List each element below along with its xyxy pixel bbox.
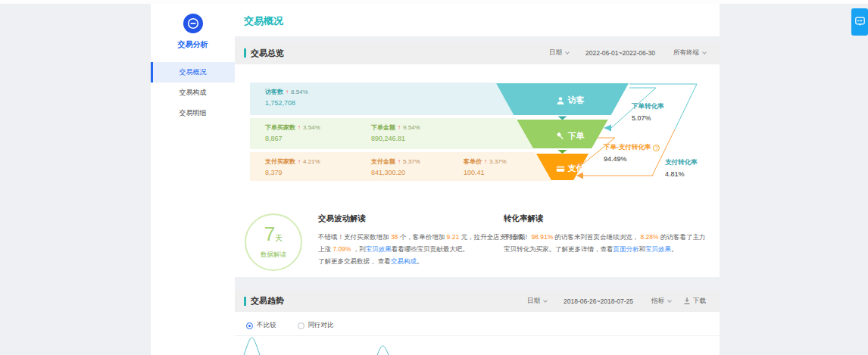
insight-line: 了解更多交易数据， 查看交易构成。: [318, 255, 507, 267]
insight-line: 上涨 7.09% ，到宝贝效果看看哪些宝贝贡献最大吧。: [318, 243, 507, 255]
metric-value: 841,300.20: [371, 169, 420, 176]
metric-change: 3.54%: [303, 124, 320, 131]
order-gavel-icon: [556, 132, 565, 141]
metric-label: 客单价: [464, 157, 482, 166]
sidebar-item-trade-detail[interactable]: 交易明细: [151, 103, 235, 123]
sidebar: 交易分析 交易概况 交易构成 交易明细: [151, 4, 235, 355]
radio-no-compare[interactable]: 不比较: [246, 321, 276, 330]
feedback-chat-button[interactable]: [851, 8, 868, 36]
sidebar-item-trade-overview[interactable]: 交易概况: [151, 62, 235, 83]
funnel-stage-visitors: 访客: [529, 95, 611, 106]
highlight-number: 9.21: [447, 233, 460, 241]
funnel-stage-label: 支付: [568, 163, 585, 174]
insight-period-badge: 7天 数据解读: [245, 213, 302, 271]
badge-number: 7: [264, 223, 275, 245]
funnel-stage-label: 访客: [568, 95, 585, 106]
text: 看看哪些宝贝贡献最大吧。: [392, 245, 469, 253]
text-link[interactable]: 宝贝效果: [645, 245, 671, 253]
date-dropdown[interactable]: 日期: [549, 48, 569, 58]
metric-change: 4.21%: [303, 158, 320, 165]
date-dropdown[interactable]: 日期: [527, 297, 547, 306]
metric-dropdown[interactable]: 指标: [651, 297, 671, 306]
highlight-number: 8.28%: [640, 233, 658, 241]
text: 的访客来到首页会继续浏览，: [553, 233, 640, 241]
funnel-stage-order: 下单: [529, 130, 611, 142]
metric-label: 支付金额: [371, 157, 395, 166]
metric-value: 8,867: [265, 135, 320, 142]
metric-change: 9.54%: [403, 124, 420, 131]
highlight-number: 38: [391, 233, 398, 241]
page-title: 交易概况: [244, 14, 283, 28]
section-accent-bar: [244, 48, 246, 58]
metric-label: 下单买家数: [265, 123, 295, 132]
conversion-label: 下单转化率: [632, 102, 664, 111]
highlight-number: 7.09%: [333, 245, 351, 253]
metric-value: 8,379: [265, 169, 320, 176]
date-range-picker[interactable]: 2022-06-01~2022-06-30: [585, 49, 655, 57]
main-content: 交易概况 交易总览 日期 2022-06-01~2022-06-30 所有终端 …: [235, 4, 720, 355]
badge-unit: 天: [275, 234, 283, 242]
text-link[interactable]: 宝贝效果: [366, 245, 392, 253]
text: 不错哦！: [504, 233, 531, 241]
conversion-value: 4.81%: [665, 170, 698, 178]
date-range-picker[interactable]: 2018-06-26~2018-07-25: [564, 297, 633, 305]
insight-title: 交易波动解读: [318, 213, 507, 224]
metric-change: 5.37%: [403, 158, 420, 165]
metric-band-visitors: 访客数↑8.54% 1,752,708: [250, 83, 514, 115]
insight-line: 不错哦！支付买家数增加 38 个，客单价增加 9.21 元，拉升全店支付金额: [318, 231, 507, 243]
up-arrow-icon: ↑: [286, 89, 289, 95]
radio-selected-icon: [246, 322, 253, 329]
visitor-icon: [556, 96, 565, 105]
chevron-down-icon: [543, 298, 548, 303]
up-arrow-icon: ↑: [398, 158, 401, 165]
text: 。: [417, 257, 423, 265]
funnel-stage-label: 下单: [568, 130, 585, 142]
conversion-label: 支付转化率: [665, 158, 698, 167]
download-icon: [683, 297, 691, 305]
highlight-number: 98.91%: [531, 233, 553, 241]
section-accent-bar: [244, 297, 246, 306]
metric-label: 下单金额: [371, 123, 395, 132]
fluctuation-insight: 交易波动解读 不错哦！支付买家数增加 38 个，客单价增加 9.21 元，拉升全…: [318, 213, 507, 267]
insight-line: 不错哦！ 98.91% 的访客来到首页会继续浏览， 8.28% 的访客看了主力: [504, 231, 720, 243]
metric-label: 支付买家数: [265, 157, 295, 166]
up-arrow-icon: ↑: [398, 124, 401, 131]
funnel-stage-pay: 支付: [529, 163, 611, 174]
text-link[interactable]: 交易构成: [391, 257, 417, 265]
payment-icon: [556, 164, 565, 173]
trend-panel: 不比较 同行对比: [235, 312, 720, 355]
up-arrow-icon: ↑: [298, 158, 301, 165]
sidebar-item-label: 交易构成: [180, 89, 207, 96]
compare-radio-group: 不比较 同行对比: [246, 321, 334, 330]
overview-section-title: 交易总览: [251, 48, 284, 59]
insight-text: 不错哦！ 98.91% 的访客来到首页会继续浏览， 8.28% 的访客看了主力宝…: [504, 231, 720, 255]
text: 。: [671, 245, 678, 253]
trend-section-header: 交易趋势 日期 2018-06-26~2018-07-25 指标 下载: [235, 290, 720, 312]
text: 和: [639, 245, 646, 253]
text: 的访客看了主力: [659, 233, 706, 241]
metric-visitors: 访客数↑8.54% 1,752,708: [265, 88, 308, 107]
text: 宝贝转化为买家。了解更多详情，查看: [504, 245, 614, 253]
conversion-insight: 转化率解读 不错哦！ 98.91% 的访客来到首页会继续浏览， 8.28% 的访…: [504, 213, 720, 255]
text-link[interactable]: 页面分析: [614, 245, 639, 253]
overview-section-header: 交易总览 日期 2022-06-01~2022-06-30 所有终端: [235, 42, 720, 64]
radio-unselected-icon: [298, 322, 304, 329]
conversion-value: 5.07%: [632, 114, 664, 122]
conversion-value: 94.49%: [604, 155, 660, 163]
radio-peer-compare[interactable]: 同行对比: [298, 321, 334, 330]
text: ，到: [351, 245, 365, 253]
up-arrow-icon: ↑: [298, 124, 301, 131]
terminal-dropdown[interactable]: 所有终端: [673, 48, 706, 58]
metric-pay-buyers: 支付买家数↑4.21% 8,379: [265, 157, 320, 176]
trend-section-title: 交易趋势: [251, 295, 284, 307]
help-icon[interactable]: ?: [653, 145, 660, 151]
conversion-pay-rate: 支付转化率 4.81%: [665, 158, 698, 178]
sidebar-item-trade-composition[interactable]: 交易构成: [151, 83, 235, 103]
download-button[interactable]: 下载: [683, 297, 706, 306]
overview-panel: 访客数↑8.54% 1,752,708 下单买家数↑3.54% 8,867 下单…: [235, 64, 720, 277]
overview-filters: 日期 2022-06-01~2022-06-30 所有终端: [549, 48, 706, 58]
insight-line: 宝贝转化为买家。了解更多详情，查看页面分析和宝贝效果。: [504, 243, 720, 255]
radio-label: 同行对比: [308, 321, 334, 330]
sidebar-item-label: 交易明细: [180, 109, 207, 117]
metric-label: 访客数: [265, 88, 283, 96]
